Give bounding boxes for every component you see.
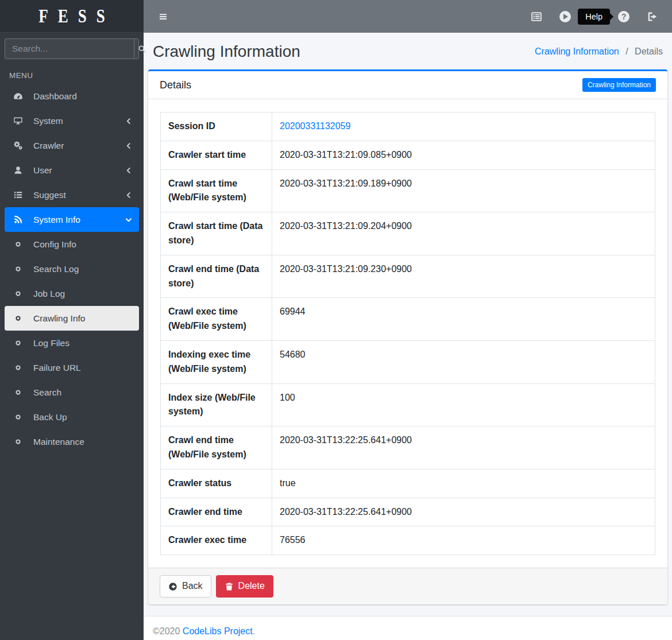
- row-value: 2020-03-31T13:22:25.641+0900: [280, 507, 412, 517]
- hamburger-menu-icon[interactable]: [157, 12, 169, 21]
- sidebar-item-icon: [9, 240, 26, 249]
- sidebar-item[interactable]: Back Up: [5, 405, 139, 429]
- chevron-icon: [125, 192, 132, 199]
- row-label: Crawl end time (Web/File system): [161, 426, 272, 470]
- sidebar-item[interactable]: Search Log: [5, 257, 139, 281]
- sidebar-item-icon: [9, 116, 26, 126]
- card-footer: Back Delete: [148, 568, 667, 604]
- sidebar-item-label: Crawling Info: [33, 313, 85, 324]
- sidebar-item-label: Dashboard: [33, 91, 77, 102]
- arrow-circle-left-icon: [168, 582, 177, 591]
- row-value: 2020-03-31T13:21:09.230+0900: [280, 264, 412, 274]
- table-row: Crawler end time 2020-03-31T13:22:25.641…: [161, 498, 655, 526]
- row-value: 69944: [280, 307, 306, 316]
- card-title: Details: [160, 79, 191, 91]
- breadcrumb-current: Details: [635, 46, 663, 56]
- table-row: Crawler exec time 76556: [161, 526, 655, 555]
- sidebar-item[interactable]: Failure URL: [5, 355, 139, 380]
- brand-logo-text: FESS: [29, 5, 115, 27]
- sidebar-item-icon: [9, 437, 26, 446]
- breadcrumb-separator: /: [625, 46, 628, 56]
- sidebar-item-icon: [9, 339, 26, 347]
- row-value: 54680: [280, 350, 306, 359]
- row-value-cell: 2020-03-31T13:21:09.085+0900: [272, 141, 655, 169]
- row-value-cell: 76556: [272, 526, 655, 555]
- sidebar-item[interactable]: Dashboard: [5, 84, 139, 108]
- sidebar-item-label: System: [33, 116, 63, 126]
- menu-label: MENU: [9, 71, 144, 80]
- sidebar-item[interactable]: System Info: [5, 207, 139, 232]
- sidebar-item[interactable]: Crawling Info: [5, 306, 139, 331]
- row-value: 2020-03-31T13:22:25.641+0900: [280, 435, 412, 445]
- sidebar-item[interactable]: Job Log: [5, 281, 139, 306]
- sidebar-item-label: Config Info: [33, 239, 76, 250]
- row-value: 2020-03-31T13:21:09.204+0900: [280, 221, 412, 231]
- row-value-cell: 20200331132059: [272, 113, 655, 141]
- details-table-body: Session ID 20200331132059 Crawler start …: [161, 113, 655, 555]
- th-list-icon[interactable]: [531, 11, 542, 22]
- row-value: 76556: [280, 535, 306, 545]
- row-label: Crawler status: [161, 469, 272, 498]
- table-row: Crawl end time (Web/File system) 2020-03…: [161, 426, 655, 470]
- row-value-cell: 54680: [272, 340, 655, 383]
- row-value-cell: 69944: [272, 298, 655, 341]
- sidebar-item-icon: [9, 141, 26, 150]
- search-button[interactable]: [134, 39, 150, 59]
- search-input[interactable]: [5, 39, 134, 59]
- sign-out-icon[interactable]: [647, 11, 658, 22]
- play-circle-icon[interactable]: [559, 11, 571, 22]
- table-row: Crawler status true: [161, 469, 655, 498]
- copyright-text: ©2020: [153, 626, 180, 636]
- row-label: Session ID: [161, 113, 272, 141]
- chevron-icon: [125, 118, 132, 125]
- crawling-information-button[interactable]: Crawling Information: [582, 78, 656, 92]
- breadcrumb-link[interactable]: Crawling Information: [535, 46, 619, 56]
- sidebar-item-icon: [9, 165, 26, 175]
- sidebar-item[interactable]: Suggest: [5, 183, 139, 207]
- sidebar-item-label: Log Files: [33, 338, 69, 348]
- row-label: Index size (Web/File system): [161, 383, 272, 426]
- row-value-cell: 2020-03-31T13:21:09.204+0900: [272, 212, 655, 255]
- sidebar-item[interactable]: Log Files: [5, 331, 139, 355]
- sidebar-item-label: Crawler: [33, 141, 64, 151]
- sidebar-item[interactable]: System: [5, 108, 139, 133]
- help-tooltip: Help: [578, 9, 610, 25]
- sidebar: FESS MENU Dashboard System: [0, 0, 144, 640]
- chevron-icon: [125, 167, 132, 174]
- sidebar-item[interactable]: Maintenance: [5, 429, 139, 454]
- row-label: Crawl start time (Data store): [161, 212, 272, 255]
- sidebar-item[interactable]: Crawler: [5, 133, 139, 158]
- sidebar-item[interactable]: User: [5, 158, 139, 183]
- row-label: Crawler exec time: [161, 526, 272, 555]
- sidebar-item[interactable]: Search: [5, 380, 139, 405]
- row-label: Crawl start time (Web/File system): [161, 169, 272, 212]
- question-circle-icon[interactable]: ?: [618, 11, 629, 22]
- footer-suffix: .: [253, 626, 255, 636]
- brand-logo[interactable]: FESS: [0, 0, 144, 33]
- row-value-cell: 2020-03-31T13:21:09.230+0900: [272, 255, 655, 298]
- delete-button[interactable]: Delete: [216, 575, 273, 598]
- sidebar-search: [5, 38, 139, 59]
- table-row: Crawl start time (Data store) 2020-03-31…: [161, 212, 655, 255]
- card-header: Details Crawling Information: [148, 71, 667, 99]
- sidebar-item-icon: [9, 363, 26, 372]
- sidebar-item-icon: [9, 265, 26, 273]
- sidebar-item[interactable]: Config Info: [5, 232, 139, 257]
- search-icon: [138, 45, 146, 53]
- sidebar-item-label: Search Log: [33, 264, 79, 274]
- table-row: Crawl exec time (Web/File system) 69944: [161, 298, 655, 341]
- row-label: Indexing exec time (Web/File system): [161, 340, 272, 383]
- chevron-icon: [125, 142, 132, 149]
- chevron-icon: [125, 216, 132, 223]
- row-value[interactable]: 20200331132059: [280, 121, 350, 131]
- codelibs-link[interactable]: CodeLibs Project: [183, 626, 253, 636]
- row-value: 2020-03-31T13:21:09.085+0900: [280, 150, 412, 160]
- page-title: Crawling Information: [153, 42, 300, 61]
- topbar: Help ?: [144, 0, 672, 33]
- sidebar-item-label: System Info: [33, 215, 80, 225]
- sidebar-item-icon: [9, 190, 26, 200]
- row-value-cell: 2020-03-31T13:21:09.189+0900: [272, 169, 655, 212]
- trash-icon: [225, 582, 234, 591]
- sidebar-item-icon: [9, 413, 26, 421]
- back-button[interactable]: Back: [160, 575, 211, 598]
